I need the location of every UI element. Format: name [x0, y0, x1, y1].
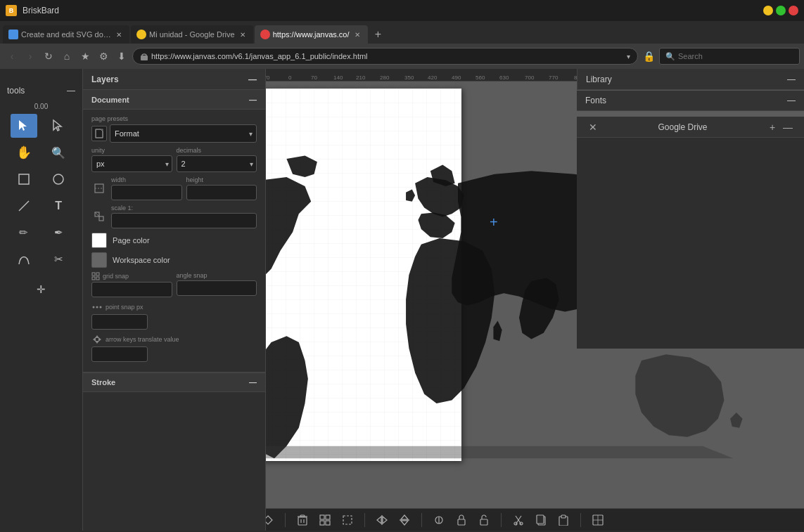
page-presets-select[interactable]: Format A4 A3 Letter [110, 124, 257, 143]
ssl-icon [140, 52, 148, 60]
home-button[interactable]: ⌂ [59, 48, 75, 64]
settings-button[interactable]: ⚙ [96, 48, 111, 64]
crosshair-tool[interactable]: ✛ [28, 278, 55, 301]
nav-extra[interactable]: 🔒 [641, 48, 656, 64]
minimize-button[interactable] [763, 6, 773, 15]
toolbar-title: tools [7, 86, 25, 96]
gdrive-close-button[interactable]: ✕ [585, 119, 601, 135]
refresh-button[interactable]: ↻ [41, 48, 56, 64]
stroke-panel: Stroke — [83, 372, 265, 392]
url-dropdown[interactable]: ▾ [627, 53, 630, 60]
grid-snap-input[interactable]: 1.00 [91, 282, 172, 297]
line-tool[interactable] [11, 194, 37, 218]
page-icon[interactable] [91, 126, 107, 141]
width-input[interactable]: 595.28 [111, 185, 182, 200]
close-button[interactable] [789, 6, 798, 15]
gdrive-add-button[interactable]: + [765, 119, 780, 135]
tab-1[interactable]: Create and edit SVG docur ✕ [3, 25, 129, 44]
hand-tool[interactable]: ✋ [11, 141, 37, 164]
arrow-keys-icon-svg [92, 335, 102, 344]
scale-input[interactable]: 1 [111, 213, 257, 228]
height-input[interactable]: 841.89 [186, 185, 257, 200]
back-button[interactable]: ‹ [4, 48, 20, 64]
scale-group: scale 1: 1 [111, 205, 257, 228]
scissors-tool[interactable]: ✂ [45, 247, 72, 271]
point-snap-input[interactable]: 10 [91, 314, 148, 330]
left-toolbar: tools — 0.00 ✋ 🔍 [0, 69, 83, 531]
zoom-tool[interactable]: 🔍 [45, 141, 72, 164]
tab-2[interactable]: Mi unidad - Google Drive ✕ [131, 25, 253, 44]
library-minimize[interactable]: — [787, 74, 796, 84]
decimals-group: decimals 2013 ▾ [177, 147, 257, 172]
svg-rect-48 [537, 515, 544, 524]
copy-icon [536, 514, 546, 526]
bottom-copy[interactable] [532, 512, 549, 528]
document-minimize[interactable]: — [249, 96, 257, 104]
pencil-tool[interactable]: ✒ [45, 221, 72, 245]
grid-snap-icon [91, 272, 100, 280]
arrow-keys-input[interactable]: 1.00 [91, 346, 148, 362]
search-bar[interactable]: 🔍 Search [659, 48, 800, 65]
maximize-button[interactable] [776, 6, 786, 15]
layers-title: Layers [91, 74, 119, 84]
width-group: width 595.28 [111, 176, 182, 200]
delete-icon [298, 514, 307, 526]
stroke-minimize[interactable]: — [249, 378, 257, 387]
bottom-ungroup[interactable] [339, 512, 356, 528]
gdrive-minimize-button[interactable]: — [780, 119, 796, 135]
bezier-tool[interactable] [11, 247, 37, 271]
text-tool[interactable]: T [45, 194, 72, 218]
tab-2-close[interactable]: ✕ [238, 30, 248, 39]
svg-marker-3 [53, 120, 61, 131]
bottom-flip-h[interactable] [374, 512, 390, 528]
ruler-mark-17: 630 [498, 74, 509, 81]
direct-select-icon [51, 119, 65, 133]
bottom-lock[interactable] [453, 512, 470, 528]
stroke-title: Stroke [91, 378, 115, 387]
bookmark-button[interactable]: ★ [77, 48, 93, 64]
grid-snap-group: grid snap 1.00 [91, 272, 172, 297]
ellipse-tool[interactable] [45, 167, 72, 191]
select-tool[interactable] [11, 114, 37, 138]
document-header: Document — [83, 90, 265, 110]
library-header: Library — [578, 69, 804, 90]
bottom-transform[interactable] [589, 512, 606, 528]
layers-minimize[interactable]: — [248, 74, 257, 84]
snap-row: grid snap 1.00 angle snap 45 [91, 272, 257, 297]
bottom-unlock[interactable] [476, 512, 492, 528]
decimals-select[interactable]: 2013 [177, 155, 257, 172]
document-content: page presets Format A4 A3 Letter [83, 110, 265, 372]
tab-2-favicon [136, 30, 146, 39]
toolbar-minimize[interactable]: — [67, 86, 75, 96]
svg-rect-41 [458, 519, 465, 525]
bottom-delete[interactable] [294, 512, 311, 528]
fonts-minimize[interactable]: — [787, 96, 796, 105]
bottom-distribute[interactable] [430, 512, 447, 528]
download-button[interactable]: ⬇ [114, 48, 129, 64]
tab-3-close[interactable]: ✕ [352, 30, 362, 39]
rect-tool[interactable] [11, 167, 37, 191]
bottom-cut[interactable] [510, 512, 527, 528]
dimension-row: width 595.28 height 841.89 [91, 176, 257, 200]
bottom-paste[interactable] [555, 512, 572, 528]
svg-marker-2 [19, 120, 27, 131]
lock-icon [457, 514, 466, 526]
workspace-color-swatch[interactable] [91, 252, 107, 268]
unity-select[interactable]: pxmmcmin [91, 155, 172, 172]
bottom-flip-v[interactable] [396, 512, 413, 528]
direct-select-tool[interactable] [45, 114, 72, 138]
url-bar[interactable]: https://www.janvas.com/v6.1/janvas_app_6… [132, 48, 638, 65]
angle-snap-input[interactable]: 45 [177, 280, 257, 296]
point-snap-label-row: point snap px [91, 301, 257, 313]
tab-3[interactable]: https://www.janvas.co/ ✕ [255, 25, 368, 44]
pen-tool[interactable]: ✏ [11, 221, 37, 245]
fonts-header: Fonts — [577, 90, 804, 111]
document-section: Document — page presets Format [83, 90, 265, 372]
new-tab-button[interactable]: + [369, 25, 388, 44]
page-color-swatch[interactable] [91, 233, 107, 248]
point-snap-label: point snap px [106, 304, 143, 311]
height-label: height [186, 176, 257, 183]
forward-button[interactable]: › [23, 48, 38, 64]
bottom-group[interactable] [317, 512, 333, 528]
tab-1-close[interactable]: ✕ [114, 30, 124, 39]
